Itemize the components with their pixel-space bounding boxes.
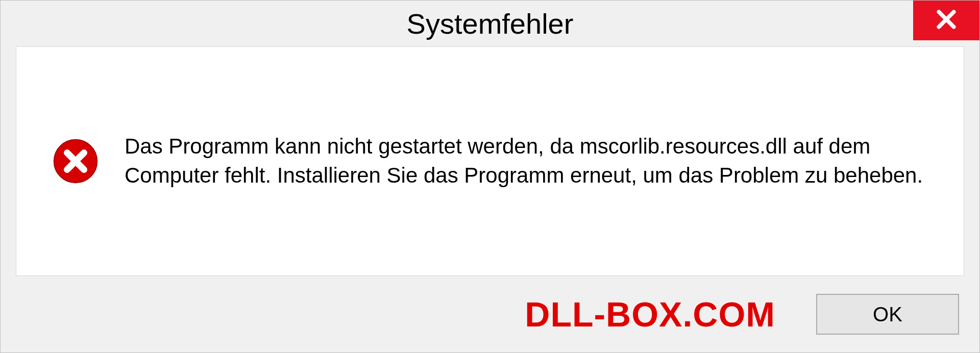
close-button[interactable] <box>913 1 979 40</box>
close-icon <box>935 8 958 33</box>
error-dialog: Systemfehler Das Programm kann nicht ges… <box>0 0 980 353</box>
ok-button-label: OK <box>873 303 902 326</box>
titlebar: Systemfehler <box>1 1 979 46</box>
dialog-footer: DLL-BOX.COM OK <box>1 281 979 352</box>
error-message: Das Programm kann nicht gestartet werden… <box>125 132 928 190</box>
error-icon <box>52 138 99 185</box>
ok-button[interactable]: OK <box>816 294 959 335</box>
dialog-title: Systemfehler <box>407 7 574 40</box>
watermark-text: DLL-BOX.COM <box>525 294 775 334</box>
content-panel: Das Programm kann nicht gestartet werden… <box>16 46 964 276</box>
